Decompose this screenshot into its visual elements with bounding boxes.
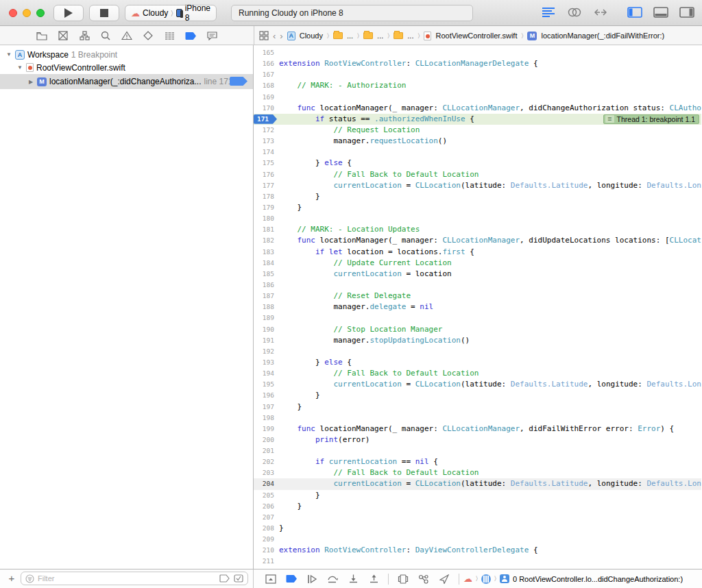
line-number[interactable]: 202: [254, 456, 274, 467]
code-line[interactable]: 173 manager.requestLocation(): [254, 136, 701, 147]
line-number[interactable]: 192: [254, 346, 274, 357]
jumpbar-method[interactable]: locationManager(_:didFailWithError:): [541, 32, 664, 40]
workspace-row[interactable]: ▼ A Workspace 1 Breakpoint: [0, 48, 253, 61]
code-line[interactable]: 183 if let location = locations.first {: [254, 247, 701, 258]
line-number[interactable]: 177: [254, 180, 274, 191]
code-line[interactable]: 181 // MARK: - Location Updates: [254, 224, 701, 235]
line-number[interactable]: 169: [254, 92, 274, 103]
code-line[interactable]: 174: [254, 147, 701, 158]
code-line[interactable]: 180: [254, 213, 701, 224]
scheme-selector[interactable]: ☁ Cloudy 〉 iPhone 8: [125, 5, 217, 21]
line-number[interactable]: 193: [254, 357, 274, 368]
code-line[interactable]: 177 currentLocation = CLLocation(latitud…: [254, 180, 701, 191]
code-line[interactable]: 199 func locationManager(_ manager: CLLo…: [254, 424, 701, 434]
hide-debug-area-button[interactable]: [261, 572, 281, 587]
step-into-button[interactable]: [343, 572, 363, 587]
code-line[interactable]: 185 currentLocation = location: [254, 269, 701, 280]
line-number[interactable]: 176: [254, 169, 274, 180]
standard-editor-button[interactable]: [540, 5, 557, 20]
jumpbar-folder-3[interactable]: ...: [407, 32, 413, 40]
forward-icon[interactable]: ›: [280, 31, 282, 41]
code-line[interactable]: 189: [254, 313, 701, 323]
tab-find-navigator[interactable]: [98, 28, 113, 43]
breakpoint-actions-icon[interactable]: ☰: [605, 115, 614, 123]
code-line[interactable]: 207: [254, 512, 701, 523]
run-button[interactable]: [53, 5, 84, 21]
line-number[interactable]: 180: [254, 213, 274, 224]
jumpbar-file[interactable]: RootViewController.swift: [435, 32, 517, 40]
line-number[interactable]: 209: [254, 534, 274, 545]
breakpoint-marker[interactable]: 171: [254, 114, 277, 124]
line-number[interactable]: 183: [254, 247, 274, 258]
disclosure-open-icon[interactable]: ▼: [5, 51, 12, 58]
breakpoint-row[interactable]: ▶ M locationManager(_:didChangeAuthoriza…: [0, 74, 253, 89]
code-line[interactable]: 197 }: [254, 402, 701, 413]
code-line[interactable]: 172 // Request Location: [254, 125, 701, 136]
code-line[interactable]: 170 func locationManager(_ manager: CLLo…: [254, 103, 701, 114]
code-line[interactable]: 211: [254, 556, 701, 567]
line-number[interactable]: 204: [254, 478, 274, 489]
continue-button[interactable]: [302, 572, 322, 587]
code-line[interactable]: 186: [254, 280, 701, 291]
code-line[interactable]: 192: [254, 346, 701, 357]
enabled-filter-icon[interactable]: [234, 574, 243, 583]
code-line[interactable]: 187 // Reset Delegate: [254, 291, 701, 302]
code-line[interactable]: 208}: [254, 523, 701, 534]
line-number[interactable]: 203: [254, 467, 274, 478]
disclosure-closed-icon[interactable]: ▶: [27, 79, 34, 85]
version-editor-button[interactable]: [592, 5, 609, 20]
code-line[interactable]: 175 } else {: [254, 158, 701, 169]
code-line[interactable]: 169: [254, 92, 701, 103]
related-items-icon[interactable]: [259, 31, 269, 40]
line-number[interactable]: 175: [254, 158, 274, 169]
jumpbar-folder-2[interactable]: ...: [377, 32, 383, 40]
step-over-button[interactable]: [322, 572, 343, 587]
code-line[interactable]: 195 currentLocation = CLLocation(latitud…: [254, 379, 701, 390]
line-number[interactable]: 181: [254, 224, 274, 235]
back-icon[interactable]: ‹: [273, 31, 276, 41]
code-line[interactable]: 166extension RootViewController: CLLocat…: [254, 58, 701, 69]
tab-breakpoint-navigator[interactable]: [183, 28, 198, 43]
code-line[interactable]: 168 // MARK: - Authorization: [254, 80, 701, 91]
line-number[interactable]: 208: [254, 523, 274, 534]
code-line[interactable]: 198: [254, 413, 701, 424]
code-line[interactable]: 194 // Fall Back to Default Location: [254, 368, 701, 379]
line-number[interactable]: 211: [254, 556, 274, 567]
line-number[interactable]: 188: [254, 302, 274, 313]
code-line[interactable]: 202 if currentLocation == nil {: [254, 456, 701, 467]
line-number[interactable]: 190: [254, 324, 274, 335]
disclosure-open-icon[interactable]: ▼: [16, 64, 23, 71]
line-number[interactable]: 200: [254, 434, 274, 445]
line-number[interactable]: 187: [254, 291, 274, 302]
line-number[interactable]: 197: [254, 402, 274, 413]
code-line[interactable]: 196 }: [254, 390, 701, 401]
line-number[interactable]: 207: [254, 512, 274, 523]
code-line[interactable]: 182 func locationManager(_ manager: CLLo…: [254, 235, 701, 246]
toggle-navigator-button[interactable]: [627, 5, 643, 20]
line-number[interactable]: 191: [254, 335, 274, 346]
file-row[interactable]: ▼ RootViewController.swift: [0, 61, 253, 74]
code-line[interactable]: 179 }: [254, 202, 701, 213]
code-line[interactable]: 176 // Fall Back to Default Location: [254, 169, 701, 180]
code-line[interactable]: 210extension RootViewController: DayView…: [254, 545, 701, 556]
tab-symbol-navigator[interactable]: [77, 28, 92, 43]
minimize-window-button[interactable]: [23, 9, 31, 17]
code-line[interactable]: 193 } else {: [254, 357, 701, 368]
code-line[interactable]: 171 if status == .authorizedWhenInUse {☰…: [254, 114, 701, 125]
line-number[interactable]: 195: [254, 379, 274, 390]
toggle-debug-area-button[interactable]: [653, 5, 669, 20]
memory-graph-button[interactable]: [413, 572, 434, 587]
code-line[interactable]: 201: [254, 445, 701, 456]
jumpbar-project[interactable]: Cloudy: [300, 32, 323, 40]
line-number[interactable]: 178: [254, 191, 274, 202]
line-number[interactable]: 172: [254, 125, 274, 136]
code-line[interactable]: 209: [254, 534, 701, 545]
stop-button[interactable]: [89, 5, 119, 21]
line-number[interactable]: 179: [254, 202, 274, 213]
close-window-button[interactable]: [9, 9, 17, 17]
source-editor[interactable]: 165166extension RootViewController: CLLo…: [254, 45, 701, 569]
line-number[interactable]: 170: [254, 103, 274, 114]
assistant-editor-button[interactable]: [566, 5, 583, 20]
tab-test-navigator[interactable]: [141, 28, 156, 43]
step-out-button[interactable]: [363, 572, 384, 587]
